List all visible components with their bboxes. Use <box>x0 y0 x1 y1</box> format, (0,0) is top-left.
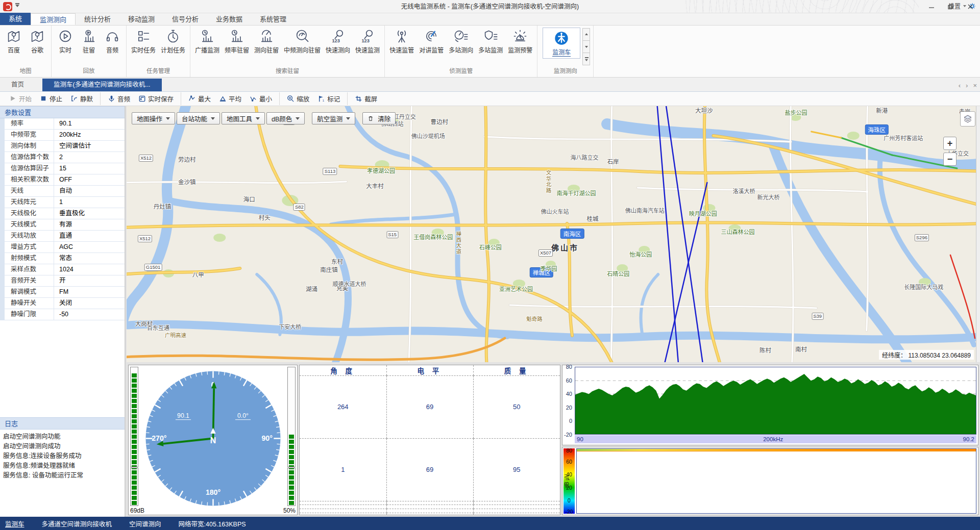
parameter-row[interactable]: 天线阵元1 <box>5 197 125 208</box>
parameter-row[interactable]: 增益方式AGC <box>5 242 125 253</box>
parameter-value[interactable]: 常态 <box>54 253 125 264</box>
parameter-value[interactable]: 200kHz <box>54 130 125 140</box>
parameter-value[interactable]: 关闭 <box>54 298 125 309</box>
parameter-row[interactable]: 中频带宽200kHz <box>5 130 125 141</box>
toolbar-button-缩放[interactable]: 缩放 <box>283 92 313 105</box>
parameter-value[interactable]: -50 <box>54 309 125 320</box>
gallery-scroll-up-button[interactable] <box>582 28 590 41</box>
toolbar-button-音频[interactable]: 音频 <box>104 92 134 105</box>
ribbon-button-测向驻留[interactable]: 测向驻留 <box>252 27 281 55</box>
ribbon-button-多站测向[interactable]: 多站测向 <box>446 27 476 55</box>
map-button-地图操作[interactable]: 地图操作 <box>132 112 175 124</box>
table-row[interactable]: 16995 <box>300 438 560 501</box>
ribbon-tab-系统[interactable]: 系统 <box>0 13 31 25</box>
toolbar-button-标记[interactable]: 1标记 <box>313 92 344 105</box>
ribbon-tab-统计分析[interactable]: 统计分析 <box>76 13 119 25</box>
parameter-row[interactable]: 信源估算个数2 <box>5 152 125 163</box>
table-row[interactable] <box>300 501 560 505</box>
ribbon-button-谷歌[interactable]: 谷歌 <box>26 27 49 55</box>
parameter-value[interactable]: 垂直极化 <box>54 208 125 219</box>
table-row[interactable]: 2646950 <box>300 376 560 439</box>
parameter-value[interactable]: 直通 <box>54 231 125 241</box>
ribbon-tab-监测测向[interactable]: 监测测向 <box>31 13 76 25</box>
map-button-台站功能[interactable]: 台站功能 <box>177 112 220 124</box>
parameter-row[interactable]: 静噪门限-50 <box>5 309 125 320</box>
status-item-0[interactable]: 监测车 <box>5 519 24 528</box>
parameter-row[interactable]: 天线极化垂直极化 <box>5 208 125 219</box>
parameter-row[interactable]: 频率90.1 <box>5 118 125 130</box>
parameter-value[interactable]: 1 <box>54 197 125 208</box>
map-side-splitter[interactable] <box>976 106 980 362</box>
ribbon-button-实时[interactable]: 实时 <box>54 27 77 55</box>
map-zoom-in-button[interactable]: + <box>943 137 957 150</box>
map-layers-button[interactable] <box>960 111 975 127</box>
waterfall-plot[interactable] <box>576 448 976 514</box>
map-button-dB颜色[interactable]: dB颜色 <box>266 112 305 124</box>
toolbar-button-截屏[interactable]: 截屏 <box>351 92 381 105</box>
spectrum-plot[interactable] <box>575 367 976 435</box>
parameter-value[interactable]: 有源 <box>54 219 125 230</box>
parameter-value[interactable]: 90.1 <box>54 118 125 129</box>
map-button-航空监测[interactable]: 航空监测 <box>312 112 355 124</box>
ribbon-button-中频测向驻留[interactable]: 中频测向驻留 <box>281 27 323 55</box>
table-row[interactable] <box>300 505 560 509</box>
ribbon-tab-业务数据[interactable]: 业务数据 <box>207 13 251 25</box>
doc-tab-home[interactable]: 首页 <box>0 79 35 91</box>
toolbar-button-停止[interactable]: 停止 <box>36 92 66 105</box>
map-button-地图工具[interactable]: 地图工具 <box>222 112 265 124</box>
parameter-value[interactable]: 自动 <box>54 186 125 196</box>
parameter-row[interactable]: 音频开关开 <box>5 275 125 287</box>
restore-button[interactable] <box>941 0 961 13</box>
parameter-value[interactable]: 开 <box>54 275 125 286</box>
ribbon-tab-系统管理[interactable]: 系统管理 <box>251 13 295 25</box>
parameter-value[interactable]: 15 <box>54 163 125 174</box>
table-row[interactable] <box>300 513 560 515</box>
close-button[interactable] <box>961 0 980 13</box>
table-row[interactable] <box>300 509 560 513</box>
ribbon-button-监测预警[interactable]: 监测预警 <box>505 27 535 55</box>
gallery-more-button[interactable] <box>582 53 590 65</box>
parameter-value[interactable]: FM <box>54 287 125 297</box>
ribbon-button-监测车[interactable]: 监测车 <box>543 28 580 59</box>
map-view[interactable]: 地图操作台站功能地图工具dB颜色航空监测清除 海珠区南海区禅城区佛山市金沙镇丹灶… <box>127 106 980 362</box>
minimize-button[interactable] <box>922 0 941 13</box>
parameter-row[interactable]: 天线自动 <box>5 186 125 197</box>
parameter-row[interactable]: 采样点数1024 <box>5 264 125 275</box>
toolbar-button-开始[interactable]: 开始 <box>5 92 36 105</box>
ribbon-button-音频[interactable]: 音频 <box>101 27 124 55</box>
parameter-row[interactable]: 信源估算因子15 <box>5 163 125 174</box>
ribbon-button-多站监测[interactable]: 多站监测 <box>476 27 505 55</box>
ribbon-button-频率驻留[interactable]: 频率驻留 <box>222 27 252 55</box>
tab-close-button[interactable]: × <box>973 82 977 89</box>
ribbon-button-广播监测[interactable]: 广播监测 <box>192 27 222 55</box>
gallery-scroll-down-button[interactable] <box>582 40 590 53</box>
ribbon-button-快速测向[interactable]: 123快速测向 <box>323 27 353 55</box>
parameter-value[interactable]: 空间谱估计 <box>54 141 125 152</box>
ribbon-button-快速监管[interactable]: 快速监管 <box>387 27 416 55</box>
parameter-value[interactable]: OFF <box>54 174 125 185</box>
ribbon-button-快速监测[interactable]: 123快速监测 <box>353 27 382 55</box>
ribbon-tab-移动监测[interactable]: 移动监测 <box>119 13 163 25</box>
ribbon-button-驻留[interactable]: 驻留 <box>77 27 101 55</box>
ribbon-button-百度[interactable]: 百度 <box>2 27 26 55</box>
parameter-row[interactable]: 相关积累次数OFF <box>5 174 125 186</box>
parameter-value[interactable]: 1024 <box>54 264 125 275</box>
ribbon-tab-信号分析[interactable]: 信号分析 <box>163 13 207 25</box>
doc-tab-active[interactable]: 监测车(多通道空间谱测向接收机... <box>42 79 162 91</box>
toolbar-button-平均[interactable]: 平均 <box>215 92 246 105</box>
toolbar-button-最小[interactable]: 最小 <box>246 92 276 105</box>
parameter-row[interactable]: 天线模式有源 <box>5 219 125 231</box>
ribbon-button-对讲监管[interactable]: 对讲监管 <box>416 27 446 55</box>
parameter-value[interactable]: AGC <box>54 242 125 253</box>
tab-scroll-left-button[interactable]: ‹ <box>959 82 961 89</box>
map-button-清除[interactable]: 清除 <box>362 112 396 124</box>
parameter-row[interactable]: 测向体制空间谱估计 <box>5 141 125 152</box>
parameter-row[interactable]: 解调模式FM <box>5 287 125 298</box>
parameter-row[interactable]: 静噪开关关闭 <box>5 298 125 309</box>
ribbon-button-计划任务[interactable]: 计划任务 <box>158 27 188 55</box>
toolbar-button-实时保存[interactable]: 实时保存 <box>134 92 178 105</box>
parameter-value[interactable]: 2 <box>54 152 125 163</box>
ribbon-button-实时任务[interactable]: 实时任务 <box>129 27 158 55</box>
map-zoom-out-button[interactable]: − <box>943 153 957 166</box>
tab-scroll-right-button[interactable]: › <box>966 82 968 89</box>
